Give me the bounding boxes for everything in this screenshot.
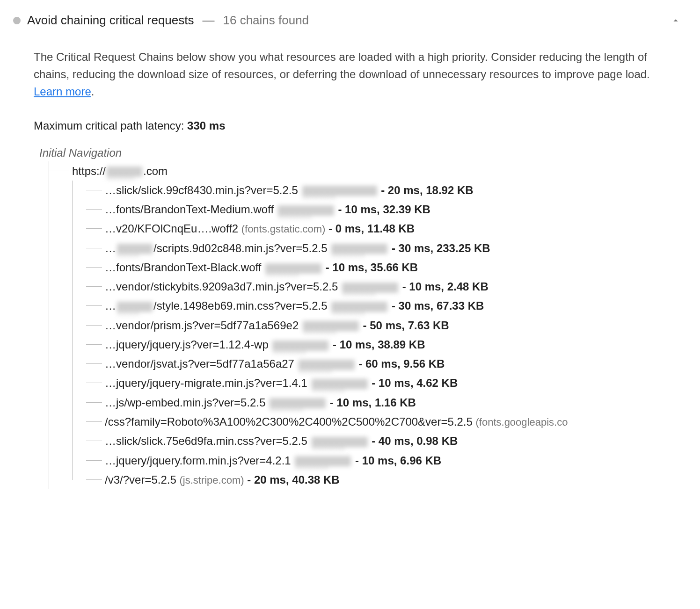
description-text: The Critical Request Chains below show y… <box>34 51 650 80</box>
resource-path: …vendor/prism.js?ver=5df77a1a569e2 <box>105 319 299 332</box>
tree-item: …slick/slick.99cf8430.min.js?ver=5.2.5 x… <box>86 181 678 200</box>
tree-root-node: https://xxxxx.com …slick/slick.99cf8430.… <box>39 161 678 490</box>
description-period: . <box>91 85 95 98</box>
resource-metrics: - 10 ms, 6.96 KB <box>355 454 441 467</box>
chains-found-count: 16 chains found <box>223 13 309 28</box>
resource-metrics: - 20 ms, 40.38 KB <box>247 473 339 486</box>
tree-children: …slick/slick.99cf8430.min.js?ver=5.2.5 x… <box>72 181 678 489</box>
resource-host: (fonts.googleapis.co <box>476 416 568 428</box>
redacted-host: xxxxxx <box>278 205 334 216</box>
resource-metrics: - 10 ms, 1.16 KB <box>330 396 416 409</box>
redacted-host: xxxxxx <box>331 302 387 312</box>
root-url-suffix: .com <box>143 165 168 177</box>
initial-navigation-label: Initial Navigation <box>39 146 678 160</box>
latency-label: Maximum critical path latency: <box>34 119 187 132</box>
resource-path: …jquery/jquery-migrate.min.js?ver=1.4.1 <box>105 377 307 389</box>
redacted-host: xxxxxx <box>342 283 398 293</box>
redacted-host: xxxxxx <box>331 244 387 254</box>
resource-path: /v3/?ver=5.2.5 <box>105 473 176 486</box>
tree-item: …vendor/jsvat.js?ver=5df77a1a56a27 xxxxx… <box>86 354 678 373</box>
resource-path: …slick/slick.99cf8430.min.js?ver=5.2.5 <box>105 184 298 196</box>
resource-metrics: - 30 ms, 233.25 KB <box>392 242 490 254</box>
resource-path-prefix: … <box>105 242 116 254</box>
resource-path-prefix: … <box>105 299 116 312</box>
resource-path: …fonts/BrandonText-Medium.woff <box>105 203 274 216</box>
redacted-host: xxxxxx <box>312 379 368 389</box>
tree-item: …vendor/stickybits.9209a3d7.min.js?ver=5… <box>86 277 678 296</box>
tree-item: …v20/KFOlCnqEu….woff2 (fonts.gstatic.com… <box>86 219 678 238</box>
redacted-host: xxxxxx <box>295 456 351 466</box>
redacted-host: xxxxxx <box>272 341 328 351</box>
audit-header[interactable]: Avoid chaining critical requests — 16 ch… <box>9 8 691 32</box>
redacted-host: xxxxxx <box>303 321 359 331</box>
resource-metrics: - 20 ms, 18.92 KB <box>381 184 473 196</box>
resource-metrics: - 10 ms, 2.48 KB <box>402 280 489 293</box>
resource-host: (fonts.gstatic.com) <box>241 223 326 235</box>
audit-title: Avoid chaining critical requests <box>27 13 194 28</box>
dash-separator: — <box>202 13 214 28</box>
redacted-host: xxxxxx <box>312 437 368 447</box>
resource-metrics: - 0 ms, 11.48 KB <box>328 222 415 235</box>
resource-path: …jquery/jquery.js?ver=1.12.4-wp <box>105 338 269 351</box>
resource-path: …jquery/jquery.form.min.js?ver=4.2.1 <box>105 454 291 467</box>
redacted-domain: xxxxx <box>107 167 142 177</box>
redacted-segment: xxxx <box>117 302 153 312</box>
audit-description: The Critical Request Chains below show y… <box>34 48 651 101</box>
audit-body: The Critical Request Chains below show y… <box>9 32 691 489</box>
redacted-host: xxxxxx <box>270 398 326 408</box>
tree-item: …jquery/jquery.form.min.js?ver=4.2.1 xxx… <box>86 451 678 470</box>
resource-path: /css?family=Roboto%3A100%2C300%2C400%2C5… <box>105 415 473 428</box>
redacted-host: xxxxxx <box>265 263 321 274</box>
status-dot-icon <box>13 17 21 24</box>
tree-item: …xxxx/scripts.9d02c848.min.js?ver=5.2.5 … <box>86 239 678 258</box>
resource-metrics: - 10 ms, 38.89 KB <box>333 338 425 351</box>
redacted-host: xxxxxx <box>299 360 355 370</box>
resource-path: …vendor/jsvat.js?ver=5df77a1a56a27 <box>105 357 294 370</box>
resource-metrics: - 30 ms, 67.33 KB <box>392 299 484 312</box>
tree-item: …vendor/prism.js?ver=5df77a1a569e2 xxxxx… <box>86 316 678 335</box>
audit-item: Avoid chaining critical requests — 16 ch… <box>0 8 700 489</box>
resource-metrics: - 50 ms, 7.63 KB <box>363 319 449 332</box>
tree-item: …fonts/BrandonText-Medium.woff xxxxxx - … <box>86 200 678 219</box>
crc-tree: Initial Navigation https://xxxxx.com …sl… <box>34 146 678 490</box>
tree-item: …jquery/jquery.js?ver=1.12.4-wp xxxxxx -… <box>86 335 678 354</box>
tree-item: /v3/?ver=5.2.5 (js.stripe.com) - 20 ms, … <box>86 470 678 489</box>
resource-path: …vendor/stickybits.9209a3d7.min.js?ver=5… <box>105 280 338 293</box>
resource-host: (js.stripe.com) <box>179 474 244 486</box>
resource-path: …fonts/BrandonText-Black.woff <box>105 261 261 274</box>
resource-path: /scripts.9d02c848.min.js?ver=5.2.5 <box>153 242 328 254</box>
resource-path: /style.1498eb69.min.css?ver=5.2.5 <box>153 299 328 312</box>
resource-path: …slick/slick.75e6d9fa.min.css?ver=5.2.5 <box>105 435 307 447</box>
resource-metrics: - 10 ms, 4.62 KB <box>372 377 458 389</box>
resource-path: …js/wp-embed.min.js?ver=5.2.5 <box>105 396 265 409</box>
redacted-host: xxxxxx <box>302 186 377 196</box>
tree-item: …jquery/jquery-migrate.min.js?ver=1.4.1 … <box>86 373 678 392</box>
max-critical-path-latency: Maximum critical path latency: 330 ms <box>34 119 678 132</box>
tree-item: …xxxx/style.1498eb69.min.css?ver=5.2.5 x… <box>86 296 678 315</box>
latency-value: 330 ms <box>187 119 225 132</box>
redacted-segment: xxxx <box>117 244 153 254</box>
tree-item: …js/wp-embed.min.js?ver=5.2.5 xxxxxx - 1… <box>86 393 678 412</box>
resource-metrics: - 40 ms, 0.98 KB <box>372 435 458 447</box>
resource-metrics: - 60 ms, 9.56 KB <box>358 357 445 370</box>
resource-metrics: - 10 ms, 35.66 KB <box>326 261 418 274</box>
root-url: https://xxxxx.com <box>72 165 168 177</box>
resource-metrics: - 10 ms, 32.39 KB <box>338 203 430 216</box>
resource-path: …v20/KFOlCnqEu….woff2 <box>105 222 238 235</box>
tree-item: …fonts/BrandonText-Black.woff xxxxxx - 1… <box>86 258 678 277</box>
root-url-prefix: https:// <box>72 165 106 177</box>
tree-item: …slick/slick.75e6d9fa.min.css?ver=5.2.5 … <box>86 431 678 450</box>
tree-item: /css?family=Roboto%3A100%2C300%2C400%2C5… <box>86 412 678 431</box>
learn-more-link[interactable]: Learn more <box>34 85 91 98</box>
collapse-toggle[interactable] <box>669 14 682 27</box>
chevron-up-icon <box>671 15 681 26</box>
